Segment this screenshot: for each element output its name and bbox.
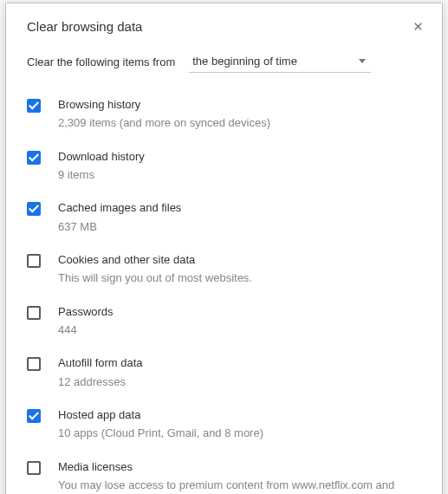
close-button[interactable] xyxy=(411,20,425,34)
item-label: Hosted app data xyxy=(58,407,421,423)
list-item: Hosted app data 10 apps (Cloud Print, Gm… xyxy=(27,399,421,451)
checkbox-browsing-history[interactable] xyxy=(27,99,41,113)
list-item: Cached images and files 637 MB xyxy=(27,192,421,244)
item-text: Cookies and other site data This will si… xyxy=(58,252,421,287)
checkbox-media-licenses[interactable] xyxy=(27,461,41,475)
item-label: Browsing history xyxy=(58,97,421,113)
items-list: Browsing history 2,309 items (and more o… xyxy=(6,88,442,494)
item-sub: You may lose access to premium content f… xyxy=(58,477,421,494)
item-text: Autofill form data 12 addresses xyxy=(58,355,421,390)
item-label: Media licenses xyxy=(58,459,421,475)
checkbox-passwords[interactable] xyxy=(27,306,41,320)
time-range-value: the beginning of time xyxy=(192,55,297,68)
item-sub: 444 xyxy=(58,322,421,339)
item-label: Download history xyxy=(58,149,421,165)
item-sub: 2,309 items (and more on synced devices) xyxy=(58,114,421,132)
item-sub: 12 addresses xyxy=(58,374,421,391)
checkbox-download-history[interactable] xyxy=(27,151,41,165)
list-item: Media licenses You may lose access to pr… xyxy=(27,451,421,494)
item-sub: This will sign you out of most websites. xyxy=(58,270,421,287)
item-text: Cached images and files 637 MB xyxy=(58,200,421,235)
chevron-down-icon xyxy=(359,59,366,63)
item-label: Autofill form data xyxy=(58,355,421,371)
item-text: Media licenses You may lose access to pr… xyxy=(58,459,421,494)
checkbox-autofill[interactable] xyxy=(27,357,41,371)
list-item: Cookies and other site data This will si… xyxy=(27,244,421,296)
item-sub: 10 apps (Cloud Print, Gmail, and 8 more) xyxy=(58,425,421,442)
list-item: Browsing history 2,309 items (and more o… xyxy=(27,88,421,140)
item-sub: 637 MB xyxy=(58,218,421,236)
item-label: Cookies and other site data xyxy=(58,252,421,268)
item-text: Hosted app data 10 apps (Cloud Print, Gm… xyxy=(58,407,421,442)
item-text: Download history 9 items xyxy=(58,149,421,184)
item-sub: 9 items xyxy=(58,166,421,184)
dialog-header: Clear browsing data xyxy=(6,3,442,48)
list-item: Autofill form data 12 addresses xyxy=(27,347,421,399)
list-item: Passwords 444 xyxy=(27,296,421,348)
checkbox-cookies[interactable] xyxy=(27,254,41,268)
checkbox-cached-images[interactable] xyxy=(27,202,41,216)
prompt-label: Clear the following items from xyxy=(27,55,175,68)
dialog-title: Clear browsing data xyxy=(27,19,142,34)
clear-browsing-data-dialog: Clear browsing data Clear the following … xyxy=(5,3,443,494)
time-range-row: Clear the following items from the begin… xyxy=(6,48,442,88)
item-text: Browsing history 2,309 items (and more o… xyxy=(58,97,421,132)
time-range-dropdown[interactable]: the beginning of time xyxy=(189,51,371,73)
checkbox-hosted-app-data[interactable] xyxy=(27,409,41,423)
item-text: Passwords 444 xyxy=(58,304,421,339)
list-item: Download history 9 items xyxy=(27,140,421,192)
item-label: Passwords xyxy=(58,304,421,320)
item-label: Cached images and files xyxy=(58,200,421,216)
close-icon xyxy=(412,21,424,32)
